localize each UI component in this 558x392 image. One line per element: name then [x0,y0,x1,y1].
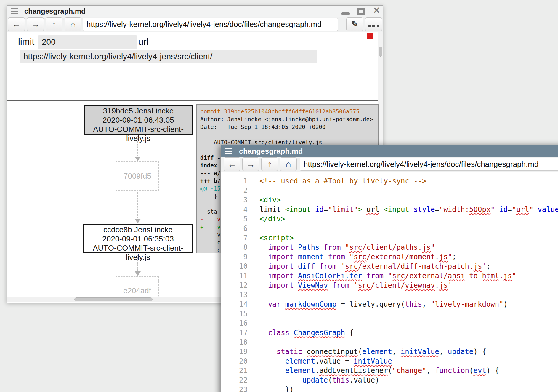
commit-node-7009fd5[interactable]: 7009fd5 [116,161,159,191]
line-number: 1 [221,176,248,186]
line-number: 2 [221,186,248,195]
back-arrow-icon: ← [12,19,21,29]
close-icon[interactable]: × [373,4,380,16]
minimize-icon[interactable] [341,12,350,15]
back-button[interactable]: ← [224,157,240,171]
code-line[interactable]: 3<div> [221,195,558,205]
address-bar[interactable] [83,18,338,31]
forward-button[interactable]: → [27,17,44,31]
ellipsis-icon [367,19,380,29]
up-button[interactable]: ↑ [46,17,62,31]
commit-node-ccdce8b[interactable]: ccdce8b JensLincke 2020-09-01 06:35:03 A… [83,224,193,253]
code-line[interactable]: 10 import diff from 'src/external/diff-m… [221,262,558,271]
arrow-down-icon [135,219,141,223]
line-number: 19 [221,347,248,356]
forward-arrow-icon: → [246,159,255,169]
code-line[interactable]: 20 element.value = initValue [221,356,558,366]
graph-edge [137,136,138,156]
commit-pane-line [200,131,378,138]
arrow-down-icon [135,157,141,161]
horizontal-scrollbar-thumb[interactable] [74,297,153,301]
up-arrow-icon: ↑ [267,159,272,169]
home-button[interactable]: ⌂ [65,17,81,31]
line-number: 10 [221,262,248,271]
line-number: 3 [221,195,248,205]
code-line[interactable]: 18 [221,337,558,347]
up-button[interactable]: ↑ [261,157,278,171]
line-number: 18 [221,337,248,347]
line-number: 9 [221,252,248,262]
back-arrow-icon: ← [228,159,237,169]
code-line[interactable]: 15 [221,309,558,319]
code-line[interactable]: 22 update(this.value) [221,375,558,385]
code-line[interactable]: 2 [221,186,558,195]
code-line[interactable]: 11 import AnsiColorFilter from "src/exte… [221,271,558,281]
more-options-button[interactable] [365,17,382,31]
window1-title: changesgraph.md [24,7,86,15]
vertical-scrollbar-thumb[interactable] [379,47,382,57]
graph-divider [7,100,378,101]
code-line[interactable]: 21 element.addEventListener("change", fu… [221,366,558,375]
line-number: 13 [221,290,248,300]
url-label: url [138,36,148,47]
window2-title: changesgraph.md [239,147,303,156]
line-number: 20 [221,356,248,366]
code-line[interactable]: 16 [221,319,558,328]
code-line[interactable]: 23 }) [221,385,558,392]
window2-toolbar: ← → ↑ ⌂ [221,157,558,172]
address-bar[interactable] [300,158,558,171]
line-number: 5 [221,214,248,224]
code-line[interactable]: 7<script> [221,233,558,243]
code-line[interactable]: 14 var markdownComp = lively.query(this,… [221,300,558,309]
code-line[interactable]: 5</div> [221,214,558,224]
graph-edge [137,255,138,271]
hamburger-menu-icon[interactable] [11,8,18,14]
back-button[interactable]: ← [8,17,25,31]
code-line[interactable]: 8 import Paths from "src/client/paths.js… [221,243,558,252]
line-number: 22 [221,375,248,385]
line-number: 4 [221,205,248,214]
code-line[interactable]: 13 [221,290,558,300]
limit-input[interactable] [38,35,137,49]
code-lines: 1<!-- used as a #Tool by lively-sync -->… [221,176,558,392]
home-icon: ⌂ [286,159,291,169]
code-line[interactable]: 4limit <input id="limit"> url <input sty… [221,205,558,214]
line-number: 17 [221,328,248,337]
forward-button[interactable]: → [242,157,259,171]
window1-titlebar[interactable]: changesgraph.md × [7,6,383,17]
line-number: 12 [221,281,248,290]
window2-titlebar[interactable]: changesgraph.md [221,145,558,157]
code-line[interactable]: 9 import moment from "src/external/momen… [221,252,558,262]
commit-pane-line: commit 319bde525b1048cbcfff6dffe61012ab8… [200,108,378,115]
line-number: 21 [221,366,248,375]
code-line[interactable]: 17 class ChangesGraph { [221,328,558,337]
maximize-icon[interactable] [357,8,365,15]
graph-edge [137,192,138,218]
url-input[interactable] [20,50,317,63]
code-line[interactable]: 1<!-- used as a #Tool by lively-sync --> [221,176,558,186]
code-line[interactable]: 6 [221,224,558,233]
home-button[interactable]: ⌂ [280,157,297,171]
window-changesgraph-front: changesgraph.md ← → ↑ ⌂ 1<!-- used as a … [221,145,558,392]
line-number: 14 [221,300,248,309]
line-number: 16 [221,319,248,328]
line-number: 23 [221,385,248,392]
hamburger-menu-icon[interactable] [225,148,232,154]
status-square [367,33,373,39]
edit-button[interactable]: ✎ [346,17,363,31]
commit-pane-line: Date: Tue Sep 1 18:43:05 2020 +0200 [200,123,378,131]
limit-label: limit [18,36,34,47]
line-number: 8 [221,243,248,252]
code-editor[interactable]: 1<!-- used as a #Tool by lively-sync -->… [221,173,558,392]
code-line[interactable]: 19 static connectInput(element, initValu… [221,347,558,356]
line-number: 15 [221,309,248,319]
forward-arrow-icon: → [31,19,40,29]
home-icon: ⌂ [70,19,76,29]
pencil-icon: ✎ [351,20,358,29]
window1-toolbar: ← → ↑ ⌂ ✎ [7,17,383,32]
line-number: 7 [221,233,248,243]
line-number: 11 [221,271,248,281]
code-line[interactable]: 12 import ViewNav from 'src/client/viewn… [221,281,558,290]
commit-node-319bde5[interactable]: 319bde5 JensLincke 2020-09-01 06:43:05 A… [84,105,193,135]
up-arrow-icon: ↑ [52,19,56,29]
